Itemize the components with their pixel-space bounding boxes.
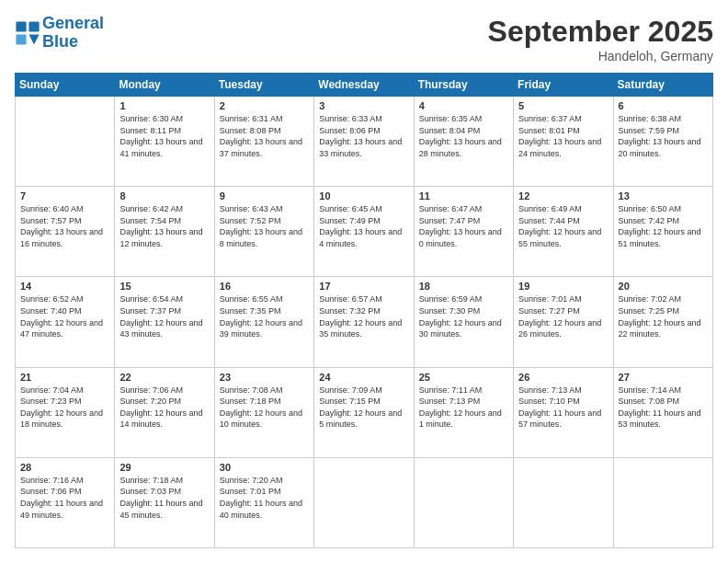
day-number: 25 (419, 372, 508, 383)
day-number: 21 (20, 372, 109, 383)
calendar-cell: 20Sunrise: 7:02 AM Sunset: 7:25 PM Dayli… (613, 277, 712, 367)
cell-info: Sunrise: 6:40 AM Sunset: 7:57 PM Dayligh… (20, 203, 109, 249)
cell-info: Sunrise: 6:38 AM Sunset: 7:59 PM Dayligh… (619, 113, 708, 159)
day-number: 14 (20, 281, 109, 292)
day-number: 11 (419, 190, 508, 201)
day-number: 3 (319, 100, 408, 111)
day-number: 26 (518, 372, 608, 383)
week-row-2: 14Sunrise: 6:52 AM Sunset: 7:40 PM Dayli… (16, 277, 713, 367)
cell-info: Sunrise: 7:06 AM Sunset: 7:20 PM Dayligh… (119, 385, 209, 431)
calendar-cell: 14Sunrise: 6:52 AM Sunset: 7:40 PM Dayli… (16, 277, 115, 367)
cell-info: Sunrise: 7:16 AM Sunset: 7:06 PM Dayligh… (20, 475, 109, 521)
day-number: 13 (619, 190, 708, 201)
day-number: 7 (20, 190, 109, 201)
calendar-cell: 9Sunrise: 6:43 AM Sunset: 7:52 PM Daylig… (214, 187, 313, 277)
calendar-cell (613, 457, 712, 547)
header: General Blue September 2025 Handeloh, Ge… (15, 15, 713, 63)
day-number: 24 (319, 372, 408, 383)
cell-info: Sunrise: 6:30 AM Sunset: 8:11 PM Dayligh… (119, 113, 209, 159)
day-number: 16 (220, 281, 309, 292)
calendar-cell (314, 457, 414, 547)
cell-info: Sunrise: 6:43 AM Sunset: 7:52 PM Dayligh… (220, 203, 309, 249)
svg-rect-1 (28, 21, 39, 31)
calendar-cell: 26Sunrise: 7:13 AM Sunset: 7:10 PM Dayli… (514, 367, 613, 457)
cell-info: Sunrise: 7:14 AM Sunset: 7:08 PM Dayligh… (619, 385, 708, 431)
day-header-sunday: Sunday (16, 74, 115, 97)
calendar-cell: 10Sunrise: 6:45 AM Sunset: 7:49 PM Dayli… (314, 187, 414, 277)
svg-rect-2 (16, 34, 26, 44)
day-number: 5 (518, 100, 608, 111)
cell-info: Sunrise: 6:55 AM Sunset: 7:35 PM Dayligh… (220, 293, 309, 339)
day-number: 9 (220, 190, 309, 201)
calendar-cell: 16Sunrise: 6:55 AM Sunset: 7:35 PM Dayli… (214, 277, 313, 367)
calendar-cell: 6Sunrise: 6:38 AM Sunset: 7:59 PM Daylig… (613, 97, 712, 187)
cell-info: Sunrise: 7:02 AM Sunset: 7:25 PM Dayligh… (619, 293, 708, 339)
day-number: 27 (619, 372, 708, 383)
day-header-tuesday: Tuesday (214, 74, 313, 97)
logo-general: General (42, 14, 104, 32)
calendar-cell: 11Sunrise: 6:47 AM Sunset: 7:47 PM Dayli… (414, 187, 513, 277)
calendar-cell: 22Sunrise: 7:06 AM Sunset: 7:20 PM Dayli… (115, 367, 214, 457)
calendar-cell: 8Sunrise: 6:42 AM Sunset: 7:54 PM Daylig… (115, 187, 214, 277)
calendar-cell: 18Sunrise: 6:59 AM Sunset: 7:30 PM Dayli… (414, 277, 513, 367)
calendar-cell: 24Sunrise: 7:09 AM Sunset: 7:15 PM Dayli… (314, 367, 414, 457)
day-number: 28 (20, 462, 109, 473)
cell-info: Sunrise: 7:08 AM Sunset: 7:18 PM Dayligh… (220, 385, 309, 431)
cell-info: Sunrise: 7:11 AM Sunset: 7:13 PM Dayligh… (419, 385, 508, 431)
calendar-cell: 13Sunrise: 6:50 AM Sunset: 7:42 PM Dayli… (613, 187, 712, 277)
svg-rect-0 (16, 21, 26, 31)
day-header-wednesday: Wednesday (314, 74, 414, 97)
calendar-cell (514, 457, 613, 547)
calendar-cell: 2Sunrise: 6:31 AM Sunset: 8:08 PM Daylig… (214, 97, 313, 187)
location: Handeloh, Germany (488, 49, 713, 63)
day-number: 29 (119, 462, 209, 473)
day-number: 23 (220, 372, 309, 383)
calendar-cell: 30Sunrise: 7:20 AM Sunset: 7:01 PM Dayli… (214, 457, 313, 547)
cell-info: Sunrise: 6:47 AM Sunset: 7:47 PM Dayligh… (419, 203, 508, 249)
cell-info: Sunrise: 7:18 AM Sunset: 7:03 PM Dayligh… (119, 475, 209, 521)
calendar-cell: 5Sunrise: 6:37 AM Sunset: 8:01 PM Daylig… (514, 97, 613, 187)
logo: General Blue (15, 15, 104, 52)
cell-info: Sunrise: 7:01 AM Sunset: 7:27 PM Dayligh… (518, 293, 608, 339)
cell-info: Sunrise: 6:54 AM Sunset: 7:37 PM Dayligh… (119, 293, 209, 339)
week-row-1: 7Sunrise: 6:40 AM Sunset: 7:57 PM Daylig… (16, 187, 713, 277)
day-number: 12 (518, 190, 608, 201)
day-number: 22 (119, 372, 209, 383)
day-number: 17 (319, 281, 408, 292)
cell-info: Sunrise: 6:35 AM Sunset: 8:04 PM Dayligh… (419, 113, 508, 159)
calendar-cell: 1Sunrise: 6:30 AM Sunset: 8:11 PM Daylig… (115, 97, 214, 187)
day-number: 18 (419, 281, 508, 292)
calendar-cell: 3Sunrise: 6:33 AM Sunset: 8:06 PM Daylig… (314, 97, 414, 187)
day-number: 1 (119, 100, 209, 111)
day-number: 20 (619, 281, 708, 292)
cell-info: Sunrise: 6:59 AM Sunset: 7:30 PM Dayligh… (419, 293, 508, 339)
calendar-cell: 15Sunrise: 6:54 AM Sunset: 7:37 PM Dayli… (115, 277, 214, 367)
calendar-cell: 25Sunrise: 7:11 AM Sunset: 7:13 PM Dayli… (414, 367, 513, 457)
cell-info: Sunrise: 6:33 AM Sunset: 8:06 PM Dayligh… (319, 113, 408, 159)
logo-icon (15, 20, 40, 46)
cell-info: Sunrise: 7:09 AM Sunset: 7:15 PM Dayligh… (319, 385, 408, 431)
day-number: 8 (119, 190, 209, 201)
cell-info: Sunrise: 7:04 AM Sunset: 7:23 PM Dayligh… (20, 385, 109, 431)
logo-blue: Blue (42, 32, 78, 51)
calendar-cell: 29Sunrise: 7:18 AM Sunset: 7:03 PM Dayli… (115, 457, 214, 547)
cell-info: Sunrise: 7:20 AM Sunset: 7:01 PM Dayligh… (220, 475, 309, 521)
calendar-cell: 28Sunrise: 7:16 AM Sunset: 7:06 PM Dayli… (16, 457, 115, 547)
calendar-cell: 17Sunrise: 6:57 AM Sunset: 7:32 PM Dayli… (314, 277, 414, 367)
day-number: 15 (119, 281, 209, 292)
calendar-cell: 19Sunrise: 7:01 AM Sunset: 7:27 PM Dayli… (514, 277, 613, 367)
week-row-4: 28Sunrise: 7:16 AM Sunset: 7:06 PM Dayli… (16, 457, 713, 547)
page: General Blue September 2025 Handeloh, Ge… (0, 0, 728, 563)
cell-info: Sunrise: 7:13 AM Sunset: 7:10 PM Dayligh… (518, 385, 608, 431)
calendar-cell: 12Sunrise: 6:49 AM Sunset: 7:44 PM Dayli… (514, 187, 613, 277)
day-number: 2 (220, 100, 309, 111)
cell-info: Sunrise: 6:50 AM Sunset: 7:42 PM Dayligh… (619, 203, 708, 249)
title-block: September 2025 Handeloh, Germany (488, 15, 713, 63)
calendar-cell (16, 97, 115, 187)
cell-info: Sunrise: 6:52 AM Sunset: 7:40 PM Dayligh… (20, 293, 109, 339)
cell-info: Sunrise: 6:57 AM Sunset: 7:32 PM Dayligh… (319, 293, 408, 339)
calendar-cell: 21Sunrise: 7:04 AM Sunset: 7:23 PM Dayli… (16, 367, 115, 457)
day-header-thursday: Thursday (414, 74, 513, 97)
week-row-3: 21Sunrise: 7:04 AM Sunset: 7:23 PM Dayli… (16, 367, 713, 457)
cell-info: Sunrise: 6:37 AM Sunset: 8:01 PM Dayligh… (518, 113, 608, 159)
